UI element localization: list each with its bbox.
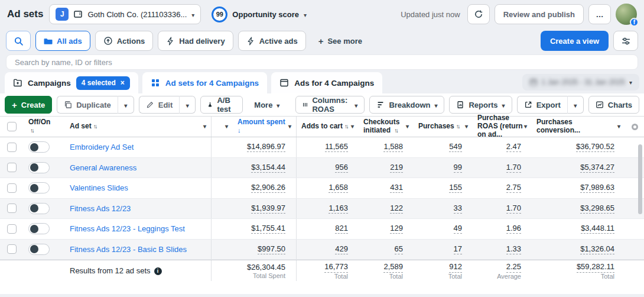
ab-test-button[interactable]: A/B test [200,96,243,114]
purchases-value[interactable]: 17 [454,244,462,254]
amount-spent-value[interactable]: $3,154.44 [251,163,285,173]
column-header-ad-set[interactable]: Ad set [65,117,212,137]
purchases-value[interactable]: 155 [449,183,462,193]
tab-ads[interactable]: Ads for 4 Campaigns [271,72,382,93]
purchases-value[interactable]: 33 [454,204,462,214]
conversion-value[interactable]: $36,790.52 [576,142,614,152]
off-on-toggle[interactable] [28,223,50,234]
amount-spent-value[interactable]: $997.50 [258,244,285,254]
total-purchases-value[interactable]: 912 [449,262,462,273]
ad-set-name-link[interactable]: Valentines Slides [70,183,128,192]
columns-button[interactable]: Columns: ROAS [295,96,365,114]
checkouts-value[interactable]: 122 [390,204,403,214]
column-header-off-on[interactable]: Off/On [24,117,65,137]
view-settings-button[interactable] [613,31,638,51]
roas-value[interactable]: 1.70 [506,204,521,214]
checkouts-value[interactable]: 129 [390,224,403,234]
adds-to-cart-value[interactable]: 11,565 [325,142,348,152]
ad-set-name-link[interactable]: Fitness Ads 12/23 [70,204,131,213]
vertical-scrollbar[interactable] [638,144,642,214]
chevron-down-icon[interactable] [351,122,354,131]
roas-value[interactable]: 1.70 [506,163,521,173]
filter-actions[interactable]: Actions [95,31,154,51]
total-conversion-value[interactable]: $59,282.11 [577,262,614,273]
column-header-adds-to-cart[interactable]: Adds to cart [297,117,359,137]
row-checkbox[interactable] [7,204,17,213]
ad-set-name-link[interactable]: Embroidery Ad Set [70,143,134,151]
row-checkbox[interactable] [7,244,17,254]
off-on-toggle[interactable] [28,141,50,153]
adds-to-cart-value[interactable]: 821 [335,224,348,234]
purchases-value[interactable]: 99 [454,163,462,173]
amount-spent-value[interactable]: $2,906.26 [251,183,285,193]
info-icon[interactable]: i [154,267,162,275]
tab-ad-sets[interactable]: Ad sets for 4 Campaigns [142,72,267,93]
conversion-value[interactable]: $3,298.65 [580,204,614,214]
row-checkbox[interactable] [7,143,17,152]
chevron-down-icon[interactable] [406,122,409,131]
user-avatar[interactable]: f [616,4,637,25]
chevron-down-icon[interactable] [465,122,468,131]
filter-had-delivery[interactable]: Had delivery [158,31,233,51]
adds-to-cart-value[interactable]: 429 [335,244,348,254]
column-settings-button[interactable] [625,117,644,137]
amount-spent-value[interactable]: $1,939.97 [251,204,285,214]
edit-button[interactable]: Edit [139,96,180,114]
off-on-toggle[interactable] [28,182,50,193]
review-publish-button[interactable]: Review and publish [495,4,584,24]
amount-spent-value[interactable]: $14,896.97 [247,142,285,152]
duplicate-menu-button[interactable] [118,96,134,114]
conversion-value[interactable]: $1,326.04 [580,244,614,254]
filter-all-ads[interactable]: All ads [35,31,90,51]
off-on-toggle[interactable] [28,244,50,255]
date-range-selector[interactable]: 1 Jan 2025 - 31 Jan 2025 [522,74,639,91]
search-input[interactable] [6,54,638,70]
breakdown-button[interactable]: Breakdown [369,96,444,114]
amount-spent-value[interactable]: $1,755.41 [251,224,285,234]
average-roas-value[interactable]: 2.25 [506,262,521,273]
create-view-button[interactable]: Create a view [541,31,609,51]
export-menu-button[interactable] [567,96,584,114]
tab-campaigns[interactable]: Campaigns 4 selected × [5,72,138,93]
selected-count-badge[interactable]: 4 selected × [76,76,130,90]
column-header-purchase-roas[interactable]: Purchase ROAS (return on ad... [473,117,532,137]
adds-to-cart-value[interactable]: 956 [335,163,348,173]
checkouts-value[interactable]: 65 [395,244,403,254]
column-header-purchases-conversion[interactable]: Purchases conversion... [532,117,625,137]
chevron-down-icon[interactable] [617,122,620,131]
off-on-toggle[interactable] [28,162,50,173]
chevron-down-icon[interactable] [203,122,206,131]
checkouts-value[interactable]: 219 [390,163,403,173]
ad-set-name-link[interactable]: Fitness Ads 12/23 - Basic B Slides [70,245,187,254]
adds-to-cart-value[interactable]: 1,658 [328,183,348,193]
conversion-value[interactable]: $3,448.11 [581,224,614,234]
off-on-toggle[interactable] [28,203,50,214]
roas-value[interactable]: 2.47 [506,142,521,152]
column-header-checkouts-initiated[interactable]: Checkouts initiated [359,117,414,137]
checkouts-value[interactable]: 431 [390,183,403,193]
more-button[interactable]: More [248,96,286,114]
roas-value[interactable]: 1.96 [506,224,521,234]
see-more-button[interactable]: + See more [311,31,370,51]
refresh-button[interactable] [467,4,490,24]
account-selector[interactable]: J Goth Cloth Co. (211103336... [49,4,201,24]
select-all-checkbox[interactable] [7,122,17,131]
conversion-value[interactable]: $7,989.63 [580,183,614,193]
total-checkouts-value[interactable]: 2,589 [383,262,403,273]
create-button[interactable]: + Create [5,96,52,114]
chevron-down-icon[interactable] [288,122,291,131]
edit-menu-button[interactable] [179,96,196,114]
filter-active-ads[interactable]: Active ads [238,31,306,51]
row-checkbox[interactable] [7,224,17,234]
purchases-value[interactable]: 549 [449,142,462,152]
column-header-collapsed[interactable] [212,117,233,137]
charts-button[interactable]: Charts [588,96,639,114]
more-options-button[interactable]: … [588,4,611,24]
export-button[interactable]: Export [517,96,567,114]
row-checkbox[interactable] [7,163,17,172]
roas-value[interactable]: 2.75 [506,183,521,193]
column-header-amount-spent[interactable]: Amount spent [233,117,297,137]
conversion-value[interactable]: $5,374.27 [580,163,614,173]
purchases-value[interactable]: 49 [454,224,462,234]
roas-value[interactable]: 1.33 [506,244,521,254]
